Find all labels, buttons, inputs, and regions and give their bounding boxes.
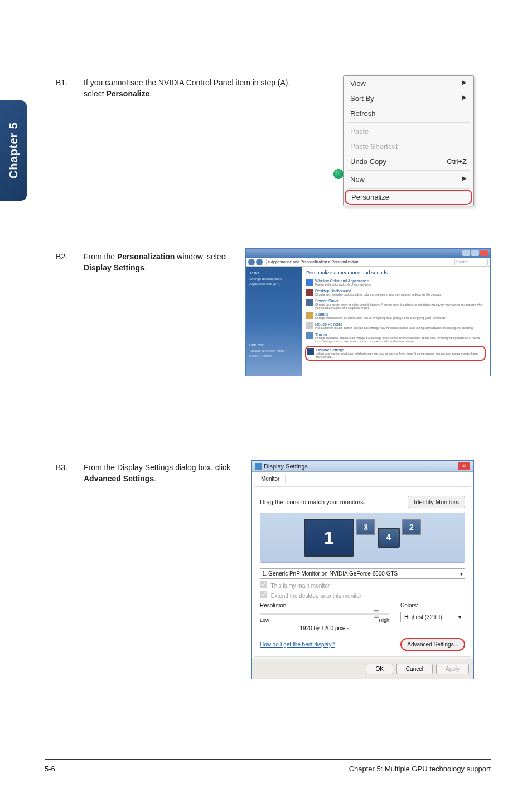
chk-extend-label: Extend the desktop onto this monitor (271, 593, 361, 599)
task-link-2[interactable]: Adjust font size (DPI) (249, 282, 298, 286)
pers-titlebar (246, 249, 490, 258)
disp-title: Display Settings (264, 463, 308, 470)
step-b3-num: B3. (56, 462, 84, 485)
monitor-2[interactable]: 2 (402, 519, 421, 535)
monitor-arrangement-area[interactable]: 1 3 4 2 (260, 513, 465, 563)
step-b1-post: . (149, 89, 152, 98)
pers-item-screensaver[interactable]: Screen Saver Change your screen saver or… (306, 299, 486, 310)
resolution-label: Resolution: (260, 602, 389, 608)
help-link[interactable]: How do I get the best display? (260, 641, 335, 648)
ctx-personalize[interactable]: Personalize (345, 190, 472, 205)
chevron-down-icon: ▾ (458, 614, 461, 620)
pers-item-window-color[interactable]: Window Color and Appearance Fine tune th… (306, 279, 486, 286)
pi-title-2: Screen Saver (315, 299, 486, 303)
ctx-sortby-label: Sort By (350, 94, 374, 103)
forward-button[interactable] (256, 259, 263, 265)
breadcrumb-text: « Appearance and Personalization » Perso… (268, 260, 358, 264)
maximize-button[interactable] (471, 250, 479, 256)
main-monitor-checkbox (260, 581, 267, 588)
pi-desc-6: Adjust your monitor resolution, which ch… (316, 352, 483, 359)
desktop-bg-icon (306, 289, 313, 296)
pers-main-title: Personalize appearance and sounds (306, 270, 486, 276)
b2-mid: window, select (175, 252, 227, 261)
cancel-button[interactable]: Cancel (396, 664, 433, 674)
ctx-view[interactable]: View ▶ (344, 76, 473, 91)
colors-label: Colors: (400, 602, 465, 608)
display-settings-dialog: Display Settings ✕ Monitor Drag the icon… (251, 460, 474, 679)
resolution-slider[interactable] (260, 613, 389, 615)
chk-extend-row: Extend the desktop onto this monitor (260, 591, 465, 599)
breadcrumb[interactable]: « Appearance and Personalization » Perso… (266, 259, 452, 265)
chk-main-label: This is my main monitor (271, 583, 330, 589)
task-link-1[interactable]: Change desktop icons (249, 277, 298, 281)
slider-high: High (379, 617, 389, 623)
search-placeholder: Search (456, 260, 468, 264)
personalization-window: « Appearance and Personalization » Perso… (245, 248, 491, 376)
see-link-1[interactable]: Taskbar and Start Menu (249, 349, 298, 352)
chapter-tab: Chapter 5 (0, 100, 27, 201)
pi-title-0: Window Color and Appearance (315, 279, 371, 283)
pers-item-mouse[interactable]: Mouse Pointers Pick a different mouse po… (306, 322, 486, 330)
step-b3-wrap: B3. From the Display Settings dialog box… (56, 462, 245, 496)
step-b3-text: From the Display Settings dialog box, cl… (84, 462, 245, 485)
chapter-title: Chapter 5: Multiple GPU technology suppo… (349, 765, 491, 773)
step-b1-bold: Personalize (106, 89, 149, 98)
monitor-1[interactable]: 1 (304, 519, 354, 557)
chevron-right-icon: ▶ (462, 79, 467, 88)
ctx-undo-copy[interactable]: Undo Copy Ctrl+Z (344, 154, 473, 169)
pi-title-1: Desktop Background (315, 289, 442, 293)
ok-button[interactable]: OK (366, 664, 393, 674)
theme-icon (306, 332, 313, 339)
monitor-3[interactable]: 3 (356, 519, 375, 535)
personalize-icon (333, 169, 344, 179)
pers-address-bar: « Appearance and Personalization » Perso… (246, 258, 490, 267)
close-button[interactable]: ✕ (458, 462, 470, 470)
pers-body: Tasks Change desktop icons Adjust font s… (246, 267, 490, 376)
monitor-4[interactable]: 4 (378, 528, 400, 548)
b2-post: . (144, 263, 147, 272)
slider-low: Low (260, 617, 269, 623)
pers-item-desktop-bg[interactable]: Desktop Background Choose from available… (306, 289, 486, 296)
pi-desc-2: Change your screen saver or adjust when … (315, 303, 486, 310)
mouse-icon (306, 322, 313, 329)
display-settings-icon (307, 348, 314, 355)
display-settings-title-icon (255, 463, 262, 470)
search-input[interactable]: Search (454, 259, 488, 265)
ctx-refresh[interactable]: Refresh (344, 106, 473, 121)
extend-desktop-checkbox (260, 591, 267, 598)
chevron-right-icon: ▶ (462, 175, 467, 183)
step-b1: B1. If you cannot see the NVIDIA Control… (56, 77, 312, 100)
back-button[interactable] (248, 259, 255, 265)
see-also-title: See also (249, 343, 298, 347)
pers-item-display-settings[interactable]: Display Settings Adjust your monitor res… (305, 346, 486, 361)
page-number: 5-6 (45, 765, 55, 773)
step-b3: B3. From the Display Settings dialog box… (56, 462, 245, 485)
sounds-icon (306, 312, 313, 319)
monitor-select[interactable]: 1. Generic PnP Monitor on NVIDIA GeForce… (260, 568, 465, 579)
pers-item-theme[interactable]: Theme Change the theme. Themes can chang… (306, 332, 486, 343)
ctx-new[interactable]: New ▶ (344, 172, 473, 187)
step-b2-wrap: B2. From the Personalization window, sel… (56, 251, 240, 285)
advanced-settings-button[interactable]: Advanced Settings... (400, 638, 465, 651)
chevron-down-icon: ▾ (460, 571, 463, 577)
footer-divider (45, 759, 491, 760)
ctx-paste-label: Paste (350, 127, 369, 136)
desktop-context-menu: View ▶ Sort By ▶ Refresh Paste Paste Sho… (343, 75, 474, 206)
disp-body: Drag the icons to match your monitors. I… (254, 486, 471, 657)
ctx-pasteshortcut-label: Paste Shortcut (350, 142, 398, 151)
close-button[interactable] (480, 250, 488, 256)
slider-thumb[interactable] (374, 610, 379, 618)
ctx-refresh-label: Refresh (350, 109, 376, 118)
monitor-tab[interactable]: Monitor (255, 474, 286, 484)
step-b2-text: From the Personalization window, select … (84, 251, 240, 274)
monitor-select-value: 1. Generic PnP Monitor on NVIDIA GeForce… (262, 571, 398, 577)
minimize-button[interactable] (462, 250, 470, 256)
identify-monitors-button[interactable]: Identify Monitors (408, 496, 465, 508)
see-link-2[interactable]: Ease of Access (249, 354, 298, 357)
b3-pre: From the Display Settings dialog box, cl… (84, 463, 230, 472)
colors-select[interactable]: Highest (32 bit) ▾ (400, 612, 465, 622)
colors-value: Highest (32 bit) (404, 614, 442, 620)
ctx-sort-by[interactable]: Sort By ▶ (344, 91, 473, 106)
screensaver-icon (306, 299, 313, 306)
pers-item-sounds[interactable]: Sounds Change which sounds are heard whe… (306, 312, 486, 320)
